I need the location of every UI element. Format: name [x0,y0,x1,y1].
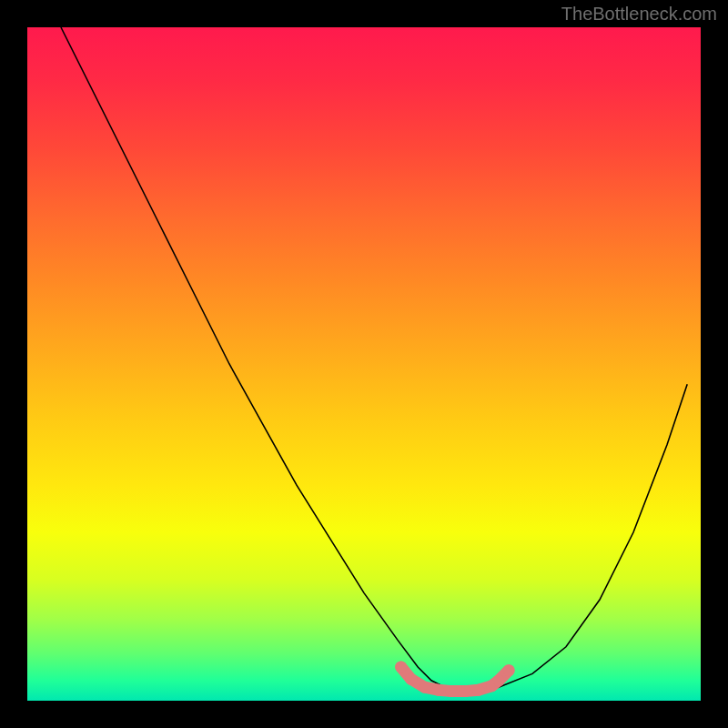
marker-dot [472,684,484,696]
marker-dot [503,664,515,676]
main-curve-line [61,27,687,691]
marker-dot [405,673,417,685]
marker-dot [419,682,430,693]
marker-dot [493,674,505,686]
watermark-text: TheBottleneck.com [561,4,717,25]
marker-dot [460,685,471,697]
chart-plot-area [27,27,701,701]
chart-svg [27,27,701,701]
marker-dot [446,685,458,697]
marker-dot [395,662,407,673]
bottom-marker-points [395,662,514,698]
marker-dot [432,684,444,696]
